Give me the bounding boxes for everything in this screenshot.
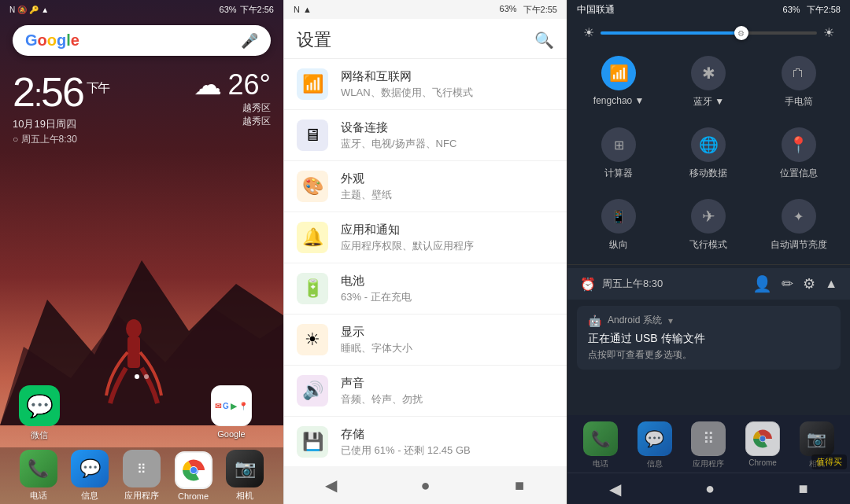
settings-storage[interactable]: 💾 存储 已使用 61% - 还剩 12.45 GB xyxy=(284,417,567,466)
calculator-tile[interactable]: ⊞ 计算器 xyxy=(574,118,663,189)
battery-icon: 🔋 xyxy=(297,273,328,304)
settings-appearance[interactable]: 🎨 外观 主题、壁纸 xyxy=(284,161,567,212)
location-tile[interactable]: 📍 位置信息 xyxy=(754,118,844,189)
quick-tiles-grid: 📶 fengchao ▼ ✱ 蓝牙 ▼ ⛫ 手电筒 ⊞ 计算器 🌐 xyxy=(567,46,850,261)
alarm-label: ○ 周五上午8:30 xyxy=(13,133,109,146)
wifi-tile-label: fengchao ▼ xyxy=(593,95,645,106)
settings-apps[interactable]: 🔔 应用和通知 应用程序权限、默认应用程序 xyxy=(284,212,567,263)
airplane-tile[interactable]: ✈ 飞行模式 xyxy=(663,189,753,261)
battery-pct: 63% xyxy=(220,5,237,14)
settings-screen: N ▲ 63% 下午2:55 设置 🔍 📶 网络和互联网 WLAN、数据使用、飞… xyxy=(283,0,567,504)
bluetooth-tile[interactable]: ✱ 蓝牙 ▼ xyxy=(663,46,753,118)
location-text: 越秀区 xyxy=(194,115,271,128)
app-grid-row: 💬 微信 ✉ G ▶ 📍 Google xyxy=(0,385,283,441)
watermark: 值得买 xyxy=(811,454,847,469)
recent-phone[interactable]: 📞 电话 xyxy=(583,421,618,469)
recents-row: 📞 电话 💬 信息 ⠿ 应用程序 xyxy=(567,421,850,469)
settings-sound[interactable]: 🔊 声音 音频、铃声、勿扰 xyxy=(284,366,567,417)
recent-msg-label: 信息 xyxy=(647,458,663,469)
shade-home-btn[interactable]: ● xyxy=(705,480,715,498)
brightness-thumb: ⚙ xyxy=(734,26,748,40)
status-bar: N 🔕 🔑 ▲ 63% 下午2:56 xyxy=(0,0,283,19)
nfc-s: N xyxy=(294,5,300,14)
devices-title: 设备连接 xyxy=(341,120,554,135)
storage-title: 存储 xyxy=(341,427,554,442)
alarm-clock-icon: ⏰ xyxy=(580,277,596,292)
apps-notif-subtitle: 应用程序权限、默认应用程序 xyxy=(341,239,554,253)
camera-icon: 📷 xyxy=(226,450,264,487)
cloud-icon: ☁ xyxy=(194,68,222,101)
recent-messages[interactable]: 💬 信息 xyxy=(638,421,672,469)
rotate-tile[interactable]: 📱 纵向 xyxy=(574,189,663,261)
flashlight-tile[interactable]: ⛫ 手电筒 xyxy=(754,46,844,118)
dock-messages[interactable]: 💬 信息 xyxy=(71,450,109,502)
notif-expand-icon: ▾ xyxy=(668,315,673,326)
alarm-person-icon[interactable]: 👤 xyxy=(752,274,772,293)
recents-button[interactable]: ■ xyxy=(488,476,551,495)
weather-widget: 2:56下午 10月19日周四 ○ 周五上午8:30 ☁ 26° 越秀区 越秀区 xyxy=(0,62,283,153)
dock-camera[interactable]: 📷 相机 xyxy=(226,450,264,502)
usb-notification[interactable]: 🤖 Android 系统 ▾ 正在通过 USB 传输文件 点按即可查看更多选项。 xyxy=(577,306,841,370)
status-left: N 🔕 🔑 ▲ xyxy=(9,6,49,14)
devices-text: 设备连接 蓝牙、电视/扬声器、NFC xyxy=(341,120,554,151)
settings-network[interactable]: 📶 网络和互联网 WLAN、数据使用、飞行模式 xyxy=(284,59,567,110)
google-label: Google xyxy=(217,429,245,439)
apps-notif-text: 应用和通知 应用程序权限、默认应用程序 xyxy=(341,223,554,253)
alarm-row[interactable]: ⏰ 周五上午8:30 👤 ✏ ⚙ ▲ xyxy=(567,268,850,300)
home-button[interactable]: ● xyxy=(394,476,456,495)
alarm-gear-icon[interactable]: ⚙ xyxy=(803,275,815,292)
wechat-app[interactable]: 💬 微信 xyxy=(19,385,60,441)
google-logo: Google xyxy=(25,31,79,50)
svg-point-10 xyxy=(760,436,766,442)
alarm-expand-icon[interactable]: ▲ xyxy=(825,277,837,291)
sound-title: 声音 xyxy=(341,376,554,391)
status-icons: N ▲ xyxy=(294,5,312,14)
mic-icon[interactable]: 🎤 xyxy=(241,32,258,50)
divider xyxy=(567,264,850,265)
settings-title: 设置 xyxy=(297,28,331,52)
status-right: 63% 下午2:56 xyxy=(220,4,274,16)
brightness-slider[interactable]: ⚙ xyxy=(601,31,817,35)
location-label: 越秀区 xyxy=(194,101,271,115)
data-tile[interactable]: 🌐 移动数据 xyxy=(663,118,753,189)
shade-recents-btn[interactable]: ■ xyxy=(799,480,808,498)
weather-date: 10月19日周四 xyxy=(13,117,109,131)
back-button[interactable]: ◀ xyxy=(300,476,363,495)
network-icon: 📶 xyxy=(297,68,328,100)
dock-phone[interactable]: 📞 电话 xyxy=(20,450,57,502)
dock-apps[interactable]: ⠿ 应用程序 xyxy=(123,450,161,502)
auto-brightness-tile[interactable]: ✦ 自动调节亮度 xyxy=(754,189,844,261)
alarm-edit-icon[interactable]: ✏ xyxy=(782,275,793,292)
watermark-text: 值得买 xyxy=(816,457,842,466)
dock-chrome[interactable]: Chrome xyxy=(175,451,213,501)
recent-chrome[interactable]: Chrome xyxy=(745,421,780,469)
shade-status-right: 63% 下午2:58 xyxy=(783,4,841,16)
wifi-s: ▲ xyxy=(303,5,312,14)
svg-point-2 xyxy=(126,319,142,338)
rotate-tile-icon: 📱 xyxy=(601,199,636,234)
storage-subtitle: 已使用 61% - 还剩 12.45 GB xyxy=(341,443,554,458)
network-text: 网络和互联网 WLAN、数据使用、飞行模式 xyxy=(341,69,554,100)
recent-chrome-label: Chrome xyxy=(748,458,777,467)
search-icon[interactable]: 🔍 xyxy=(534,31,554,50)
recent-apps[interactable]: ⠿ 应用程序 xyxy=(691,421,726,469)
sound-icon: 🔊 xyxy=(297,375,328,407)
settings-list: 📶 网络和互联网 WLAN、数据使用、飞行模式 🖥 设备连接 蓝牙、电视/扬声器… xyxy=(284,59,567,466)
settings-display[interactable]: ☀ 显示 睡眠、字体大小 xyxy=(284,315,567,366)
network-subtitle: WLAN、数据使用、飞行模式 xyxy=(341,86,554,100)
alarm-info: ⏰ 周五上午8:30 xyxy=(580,277,663,292)
wifi-tile[interactable]: 📶 fengchao ▼ xyxy=(574,46,663,118)
battery-title: 电池 xyxy=(341,274,554,289)
shade-back-btn[interactable]: ◀ xyxy=(609,480,621,498)
recent-apps-label: 应用程序 xyxy=(693,458,724,469)
appearance-subtitle: 主题、壁纸 xyxy=(341,188,554,202)
status-time-battery: 63% 下午2:55 xyxy=(500,4,557,16)
chrome-icon xyxy=(175,451,213,489)
google-app[interactable]: ✉ G ▶ 📍 Google xyxy=(211,385,252,441)
settings-devices[interactable]: 🖥 设备连接 蓝牙、电视/扬声器、NFC xyxy=(284,110,567,161)
google-search-bar[interactable]: Google 🎤 xyxy=(13,25,271,56)
notif-title: 正在通过 USB 传输文件 xyxy=(588,332,830,346)
svg-point-7 xyxy=(190,467,197,473)
home-app-icons: 💬 微信 ✉ G ▶ 📍 Google xyxy=(0,374,283,441)
settings-battery[interactable]: 🔋 电池 63% - 正在充电 xyxy=(284,263,567,315)
